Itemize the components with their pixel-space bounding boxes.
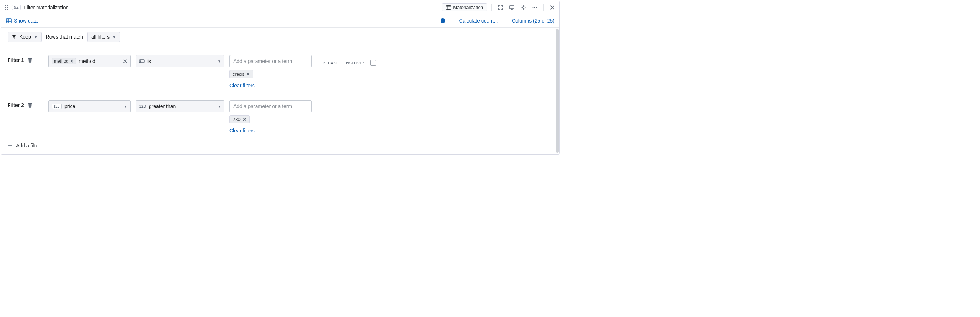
filter-2-operator-field[interactable]: 123 greater than ▼	[136, 100, 224, 113]
divider	[8, 47, 553, 47]
drag-handle-icon[interactable]	[4, 5, 9, 10]
svg-point-5	[7, 9, 8, 9]
filter-panel: $Z Filter materialization Materializatio…	[1, 1, 560, 155]
divider	[8, 92, 553, 92]
chevron-down-icon: ▼	[112, 35, 116, 39]
filter-1-value-chip[interactable]: credit ✕	[229, 70, 253, 78]
filter-1-case-sensitive: IS CASE SENSITIVE:	[317, 55, 376, 66]
filter-1-operator-text: is	[148, 58, 215, 64]
filter-1-operator-field[interactable]: is ▼	[136, 55, 224, 67]
trash-icon	[27, 102, 33, 108]
divider	[492, 4, 492, 11]
keep-select[interactable]: Keep ▼	[8, 32, 41, 42]
show-data-button[interactable]: Show data	[6, 18, 38, 24]
chevron-down-icon: ▼	[124, 105, 127, 108]
svg-point-4	[5, 9, 6, 9]
filter-1-column-chip[interactable]: method ✕	[51, 58, 76, 64]
keep-select-label: Keep	[19, 34, 31, 40]
filter-icon	[11, 35, 16, 39]
calculate-counts-link[interactable]: Calculate count…	[459, 18, 499, 24]
chevron-down-icon: ▼	[218, 105, 221, 108]
more-icon[interactable]	[530, 3, 539, 12]
show-data-icon	[6, 18, 12, 23]
filter-2-label: Filter 2	[8, 102, 24, 108]
match-mode-label: all filters	[91, 34, 110, 40]
add-filter-button[interactable]: Add a filter	[8, 137, 553, 149]
table-icon	[446, 5, 451, 10]
svg-point-0	[5, 5, 6, 6]
numeric-type-badge: 123	[51, 104, 62, 109]
svg-rect-6	[446, 5, 451, 9]
rows-that-match-label: Rows that match	[46, 34, 83, 40]
panel-header: $Z Filter materialization Materializatio…	[1, 1, 560, 14]
panel-subheader: Show data Calculate count… Columns (25 o…	[1, 14, 560, 27]
present-icon[interactable]	[508, 3, 516, 12]
filter-1-column-field[interactable]: method ✕ method ✕	[48, 55, 130, 67]
chevron-down-icon: ▼	[34, 35, 38, 39]
svg-point-13	[536, 7, 537, 8]
svg-point-12	[535, 7, 535, 8]
string-type-icon	[139, 59, 145, 64]
filter-2-value-input[interactable]: Add a parameter or a term	[229, 100, 312, 113]
columns-link[interactable]: Columns (25 of 25)	[512, 18, 554, 24]
filter-1-column-text: method	[79, 58, 120, 64]
show-data-label: Show data	[14, 18, 38, 24]
numeric-type-badge: 123	[139, 104, 146, 109]
close-icon[interactable]: ✕	[243, 117, 247, 122]
filter-1-value-placeholder: Add a parameter or a term	[233, 58, 292, 64]
delete-filter-2-button[interactable]	[27, 102, 33, 108]
svg-point-10	[523, 6, 524, 8]
svg-point-2	[5, 7, 6, 8]
close-icon[interactable]	[548, 3, 557, 12]
filter-1-column-chip-label: method	[54, 59, 68, 64]
gear-icon[interactable]	[519, 3, 528, 12]
svg-point-3	[7, 7, 8, 8]
filter-1-value-input[interactable]: Add a parameter or a term	[229, 55, 312, 67]
filter-2-operator-text: greater than	[149, 103, 215, 109]
filter-1-value-chip-label: credit	[233, 71, 244, 77]
scrollbar[interactable]	[556, 29, 559, 153]
trash-icon	[27, 57, 33, 63]
svg-rect-9	[510, 6, 514, 9]
filter-2-column-text: price	[64, 103, 121, 109]
svg-point-1	[7, 5, 8, 6]
clear-icon[interactable]: ✕	[123, 58, 127, 65]
filter-row-2: Filter 2 123 price ▼ 123 greater than ▼ …	[8, 100, 553, 133]
case-sensitive-label: IS CASE SENSITIVE:	[323, 61, 364, 65]
filter-2-value-chip-label: 230	[233, 117, 240, 122]
chevron-down-icon: ▼	[218, 59, 221, 63]
panel-body: Keep ▼ Rows that match all filters ▼ Fil…	[1, 27, 560, 154]
filter-2-value-placeholder: Add a parameter or a term	[233, 103, 292, 109]
filter-row-1: Filter 1 method ✕ method ✕ is ▼	[8, 55, 553, 89]
divider	[452, 17, 452, 25]
add-filter-label: Add a filter	[16, 143, 40, 149]
case-sensitive-checkbox[interactable]	[371, 60, 376, 66]
filter-1-label: Filter 1	[8, 57, 24, 63]
close-icon[interactable]: ✕	[246, 71, 250, 77]
filter-2-value-chip[interactable]: 230 ✕	[229, 115, 250, 124]
panel-title: Filter materialization	[24, 5, 68, 10]
divider	[543, 4, 544, 11]
expand-icon[interactable]	[496, 3, 505, 12]
match-mode-select[interactable]: all filters ▼	[88, 32, 120, 42]
filter-1-clear-link[interactable]: Clear filters	[229, 81, 312, 89]
filter-2-clear-link[interactable]: Clear filters	[229, 126, 312, 133]
close-icon[interactable]: ✕	[70, 59, 73, 64]
materialization-button[interactable]: Materialization	[442, 3, 487, 11]
delete-filter-1-button[interactable]	[27, 57, 33, 63]
materialization-button-label: Materialization	[453, 5, 483, 10]
variable-badge: $Z	[12, 5, 21, 10]
keep-row: Keep ▼ Rows that match all filters ▼	[8, 32, 553, 47]
plus-icon	[8, 143, 13, 148]
database-icon[interactable]	[440, 18, 445, 24]
svg-point-11	[533, 7, 534, 8]
filter-2-column-field[interactable]: 123 price ▼	[48, 100, 130, 113]
